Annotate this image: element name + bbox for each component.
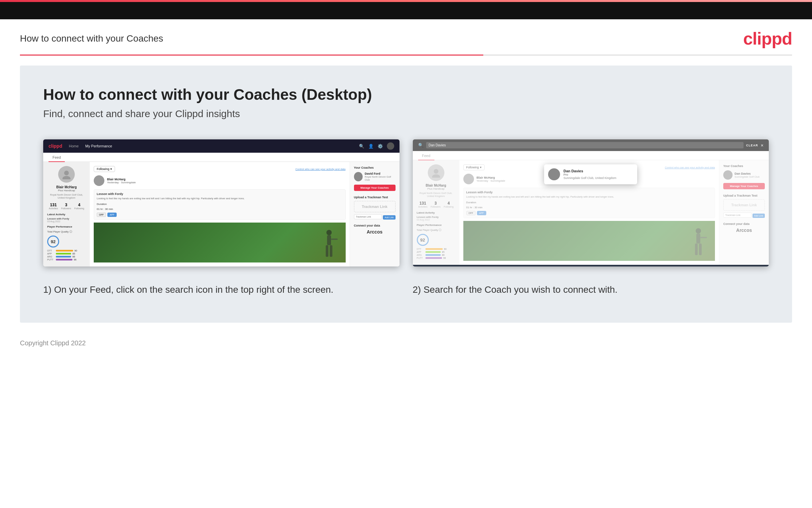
score-circle-1: 92: [47, 236, 59, 248]
profile-pic-1: [58, 166, 75, 183]
main-content: How to connect with your Coaches (Deskto…: [20, 66, 792, 323]
profile-club-2: Royal North Devon Golf Club, United King…: [417, 192, 456, 198]
search-result-dropdown: Dan Davies Pro Sunningdale Golf Club, Un…: [544, 164, 637, 184]
app-btn[interactable]: APP: [107, 213, 117, 217]
mock-logo-1: clippd: [49, 143, 62, 149]
mock-tabs-2: Feed: [413, 151, 769, 160]
main-heading: How to connect with your Coaches (Deskto…: [43, 85, 769, 103]
manage-coaches-btn-1[interactable]: Manage Your Coaches: [354, 185, 395, 191]
trackman-box-2: Trackman Link: [723, 199, 765, 211]
coach-card-1: Blair McHarg Yesterday · Sunningdale: [94, 175, 346, 186]
search-icon-2: 🔍: [418, 143, 423, 148]
header-divider: [20, 54, 792, 55]
top-bar: [0, 2, 812, 19]
clippd-logo: clippd: [743, 29, 792, 49]
trackman-input-2: [723, 213, 752, 218]
caption-block-2: 2) Search for the Coach you wish to conn…: [413, 283, 769, 296]
main-subheading: Find, connect and share your Clippd insi…: [43, 108, 769, 119]
golf-image-2: [463, 221, 715, 261]
user-icon-1[interactable]: 👤: [368, 144, 374, 149]
following-button[interactable]: Following ▾: [94, 166, 115, 172]
score-circle-2: 92: [417, 234, 429, 246]
screenshots-row: clippd Home My Performance 🔍 👤 ⚙️ Feed: [43, 139, 769, 266]
stat-following-2: 4 Following: [444, 201, 454, 208]
stats-row-2: 131 Activities 3 Followers 4: [417, 201, 456, 208]
settings-icon-1[interactable]: ⚙️: [378, 144, 383, 149]
profile-name-2: Blair McHarg: [417, 184, 456, 187]
control-link-1[interactable]: Control who can see your activity and da…: [295, 168, 346, 171]
control-link-2: Control who can see your activity and da…: [665, 166, 715, 169]
bar-app: APP 85: [47, 253, 86, 255]
following-button-2: Following ▾: [463, 164, 485, 170]
mock-app-1: clippd Home My Performance 🔍 👤 ⚙️ Feed: [43, 139, 399, 266]
caption-text-1: 1) On your Feed, click on the search ico…: [43, 283, 399, 296]
svg-rect-10: [696, 234, 700, 244]
lesson-buttons: OFF APP: [97, 213, 343, 217]
mock-performance-2: Latest Activity Lesson with Fordy 03 Aug…: [417, 211, 456, 259]
svg-rect-4: [331, 239, 338, 240]
screenshot-2: 🔍 CLEAR × Dan Davies Pro Sunningdale G: [413, 139, 769, 266]
mock-right-2: Your Coaches Dan Davies Sunningdale Golf…: [719, 160, 769, 265]
off-btn[interactable]: OFF: [97, 213, 106, 217]
caption-text-2: 2) Search for the Coach you wish to conn…: [413, 283, 769, 296]
search-result-avatar: [548, 168, 560, 180]
footer: Copyright Clippd 2022: [0, 333, 812, 354]
mock-tabs-1: Feed: [43, 153, 399, 162]
svg-rect-12: [695, 244, 698, 255]
avatar-1[interactable]: [387, 142, 394, 150]
search-icon-1[interactable]: 🔍: [359, 144, 364, 149]
coach-entry-2: Dan Davies Sunningdale Golf Club: [723, 170, 765, 180]
add-link-btn[interactable]: Add Link: [383, 215, 395, 220]
tab-feed-1[interactable]: Feed: [49, 153, 65, 162]
coach-entry-avatar-2: [723, 170, 732, 180]
svg-rect-13: [699, 244, 702, 255]
stat-followers-2: 3 Followers: [431, 201, 441, 208]
mock-sidebar-2: Blair McHarg Plus Handicap Royal North D…: [413, 160, 459, 265]
mock-performance-1: Latest Activity Lesson with Fordy 03 Aug…: [47, 213, 86, 261]
svg-rect-5: [326, 245, 328, 257]
svg-rect-11: [700, 237, 707, 238]
golf-image-1: [94, 222, 346, 262]
mock-nav-home: Home: [69, 144, 79, 148]
profile-club-1: Royal North Devon Golf Club, United King…: [47, 193, 86, 199]
svg-rect-6: [330, 245, 332, 257]
coach-avatar-2: [463, 174, 474, 184]
stats-row-1: 131 Activities 3 Followers 4 Following: [47, 203, 86, 210]
copyright-text: Copyright Clippd 2022: [20, 339, 86, 347]
mock-search-overlay: 🔍 CLEAR ×: [413, 139, 769, 151]
svg-point-9: [696, 228, 701, 234]
trackman-input[interactable]: [354, 214, 382, 219]
add-link-btn-2: Add Link: [753, 214, 765, 218]
bar-arg: ARG 86: [47, 255, 86, 258]
svg-point-2: [326, 230, 332, 235]
trackman-box-1: Trackman Link: [354, 201, 395, 212]
golfer-svg-1: [319, 229, 339, 262]
search-result-item[interactable]: Dan Davies Pro Sunningdale Golf Club, Un…: [548, 168, 633, 180]
close-search-btn[interactable]: ×: [761, 143, 763, 148]
following-row-1: Following ▾ Control who can see your act…: [94, 166, 346, 172]
bar-putt: PUTT 96: [47, 258, 86, 261]
mock-right-1: Your Coaches David Ford Royal North Devo…: [350, 162, 399, 266]
profile-handicap-2: Plus Handicap: [417, 187, 456, 190]
profile-handicap-1: Plus Handicap: [47, 189, 86, 192]
coach-entry-avatar-1: [354, 172, 363, 181]
svg-point-7: [434, 169, 438, 174]
stat-following: 4 Following: [75, 203, 85, 210]
search-input-2[interactable]: [426, 142, 744, 149]
stat-followers: 3 Followers: [61, 203, 71, 210]
coach-avatar-1: [94, 175, 104, 186]
clear-button[interactable]: CLEAR: [746, 144, 758, 147]
captions-row: 1) On your Feed, click on the search ico…: [43, 283, 769, 296]
manage-coaches-btn-2: Manage Your Coaches: [723, 183, 765, 189]
stat-activities: 131 Activities: [49, 203, 58, 210]
svg-rect-3: [327, 235, 331, 245]
lesson-card-1: Lesson with Fordy Looking to feel like m…: [94, 189, 346, 220]
profile-pic-2: [428, 164, 444, 181]
caption-block-1: 1) On your Feed, click on the search ico…: [43, 283, 399, 296]
page-title: How to connect with your Coaches: [20, 33, 163, 44]
svg-point-8: [432, 174, 440, 178]
header: How to connect with your Coaches clippd: [0, 19, 812, 54]
search-result-area: Dan Davies Pro Sunningdale Golf Club, Un…: [413, 151, 769, 265]
mock-nav-1: clippd Home My Performance 🔍 👤 ⚙️: [43, 139, 399, 153]
lesson-card-2: Lesson with Fordy Looking to feel like m…: [463, 187, 715, 218]
